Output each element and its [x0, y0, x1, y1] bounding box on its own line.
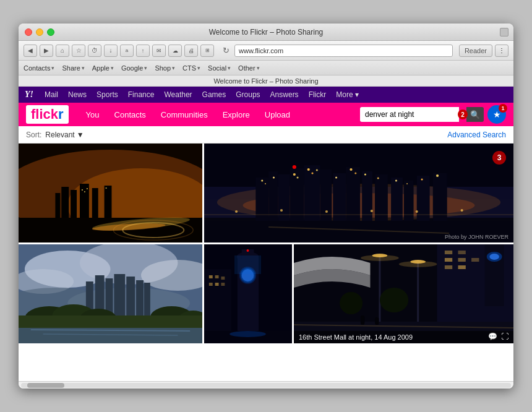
scroll-track[interactable] — [21, 383, 511, 388]
svg-point-47 — [293, 173, 296, 176]
close-button[interactable] — [25, 28, 32, 36]
fullscreen-icon[interactable]: ⛶ — [501, 332, 508, 341]
photo-4[interactable] — [204, 244, 294, 343]
notif-badge: 1 — [499, 104, 507, 113]
svg-rect-110 — [215, 283, 219, 286]
address-input[interactable] — [234, 45, 453, 57]
svg-point-67 — [461, 209, 463, 212]
flickr-nav-upload[interactable]: Upload — [257, 103, 298, 126]
sort-select[interactable]: Relevant ▼ — [45, 131, 84, 139]
amazon-button[interactable]: a — [120, 45, 134, 57]
search-input[interactable] — [360, 107, 459, 122]
page-title-bar: Welcome to Flickr – Photo Sharing — [19, 75, 513, 87]
window-title: Welcome to Flickr – Photo Sharing — [209, 28, 324, 36]
tab-button[interactable]: ⊞ — [200, 45, 214, 57]
svg-rect-111 — [221, 283, 225, 286]
photo-2-badge: 3 — [492, 151, 506, 165]
yahoo-nav-mail[interactable]: Mail — [40, 87, 63, 103]
browser-window: Welcome to Flickr – Photo Sharing ◀ ▶ ⌂ … — [19, 24, 513, 388]
bookmark-label: Google — [121, 64, 143, 72]
scroll-thumb[interactable] — [27, 383, 64, 388]
minimize-button[interactable] — [36, 28, 43, 36]
svg-point-52 — [335, 177, 337, 179]
yahoo-nav-flickr[interactable]: Flickr — [304, 87, 332, 103]
home-button[interactable]: ⌂ — [56, 45, 69, 57]
svg-rect-123 — [458, 265, 465, 269]
yahoo-nav-weather[interactable]: Weather — [159, 87, 197, 103]
svg-rect-137 — [361, 315, 364, 325]
share-button[interactable]: ↑ — [136, 45, 150, 57]
svg-point-49 — [307, 168, 310, 171]
bookmark-share[interactable]: Share ▾ — [62, 64, 84, 72]
mail-button[interactable]: ✉ — [152, 45, 166, 57]
svg-point-134 — [340, 292, 363, 314]
yahoo-nav-games[interactable]: Games — [197, 87, 231, 103]
svg-point-58 — [406, 183, 408, 184]
bookmark-social[interactable]: Social ▾ — [208, 64, 231, 72]
photo-5-actions: 💬 ⛶ — [488, 332, 508, 341]
print-button[interactable]: 🖨 — [184, 45, 198, 57]
svg-rect-10 — [92, 188, 98, 218]
svg-point-53 — [350, 168, 352, 171]
yahoo-nav-sports[interactable]: Sports — [92, 87, 123, 103]
yahoo-nav-answers[interactable]: Answers — [265, 87, 304, 103]
svg-rect-122 — [445, 265, 452, 269]
cloud-button[interactable]: ☁ — [168, 45, 182, 57]
bookmark-arrow: ▾ — [197, 65, 200, 71]
address-bar-container: ↻ — [220, 45, 453, 57]
search-area: 2 🔍 ★ 1 — [360, 105, 506, 124]
history-button[interactable]: ⏱ — [88, 45, 101, 57]
maximize-button[interactable] — [47, 28, 54, 36]
bookmark-google[interactable]: Google ▾ — [121, 64, 147, 72]
photo-2[interactable]: 3 Photo by JOHN ROEVER — [204, 144, 513, 242]
svg-rect-34 — [304, 165, 320, 227]
comment-icon[interactable]: 💬 — [488, 332, 497, 341]
svg-rect-31 — [268, 171, 278, 227]
reader-button[interactable]: Reader — [459, 45, 492, 57]
svg-rect-41 — [404, 181, 414, 227]
refresh-button[interactable]: ↻ — [220, 46, 232, 55]
sidebar-toggle[interactable]: ⋮ — [495, 45, 508, 57]
svg-point-51 — [316, 170, 318, 171]
search-button[interactable]: 🔍 — [466, 107, 484, 122]
flickr-nav-communities[interactable]: Communities — [153, 103, 215, 126]
advanced-search-link[interactable]: Advanced Search — [447, 131, 506, 139]
bookmark-contacts[interactable]: Contacts ▾ — [24, 64, 54, 72]
svg-rect-6 — [55, 193, 60, 218]
flickr-nav-you[interactable]: You — [79, 103, 107, 126]
flickr-nav-explore[interactable]: Explore — [215, 103, 257, 126]
bookmark-cts[interactable]: CTS ▾ — [182, 64, 200, 72]
photo-1[interactable] — [19, 144, 204, 242]
forward-button[interactable]: ▶ — [40, 45, 53, 57]
yahoo-logo[interactable]: Y! — [25, 90, 33, 100]
downloads-button[interactable]: ↓ — [104, 45, 118, 57]
page-title: Welcome to Flickr – Photo Sharing — [213, 77, 318, 85]
yahoo-nav-more[interactable]: More ▾ — [331, 87, 364, 103]
bookmark-other[interactable]: Other ▾ — [238, 64, 260, 72]
svg-rect-101 — [234, 255, 261, 274]
svg-point-55 — [364, 174, 366, 176]
svg-point-12 — [82, 189, 83, 191]
svg-rect-93 — [19, 315, 202, 328]
flickr-logo: flickr — [26, 105, 69, 124]
flickr-nav-contacts[interactable]: Contacts — [107, 103, 153, 126]
resize-button[interactable] — [500, 28, 508, 36]
notification-icon[interactable]: ★ 1 — [487, 105, 506, 124]
bookmark-arrow: ▾ — [257, 65, 260, 71]
photo-5[interactable]: 16th Street Mall at night, 14 Aug 2009 💬… — [294, 244, 513, 343]
sort-arrow-icon: ▼ — [77, 131, 84, 139]
yahoo-nav-news[interactable]: News — [63, 87, 92, 103]
bookmark-apple[interactable]: Apple ▾ — [92, 64, 114, 72]
bookmark-shop[interactable]: Shop ▾ — [155, 64, 175, 72]
yahoo-nav-groups[interactable]: Groups — [231, 87, 265, 103]
photo-3[interactable] — [19, 244, 204, 343]
back-button[interactable]: ◀ — [24, 45, 37, 57]
svg-rect-43 — [433, 173, 447, 227]
logo-pink: flick — [31, 106, 58, 122]
svg-rect-121 — [471, 258, 479, 262]
svg-point-62 — [235, 210, 238, 213]
bookmarks-button[interactable]: ☆ — [72, 45, 85, 57]
photo-5-caption: 16th Street Mall at night, 14 Aug 2009 — [294, 331, 513, 343]
svg-point-113 — [230, 331, 266, 337]
yahoo-nav-finance[interactable]: Finance — [123, 87, 160, 103]
